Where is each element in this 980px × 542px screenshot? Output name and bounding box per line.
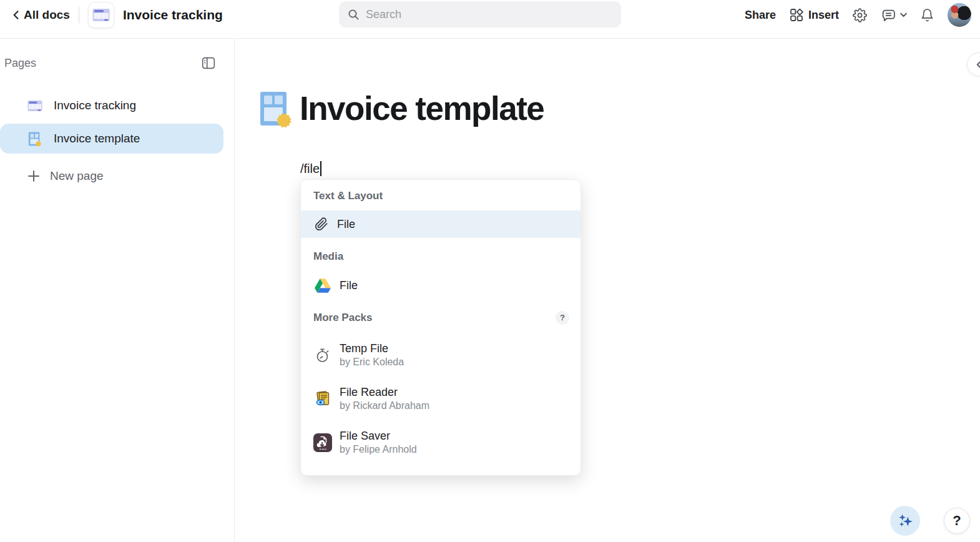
pack-text: File Saver by Felipe Arnhold: [340, 429, 417, 456]
more-packs-label: More Packs: [313, 312, 373, 323]
menu-item-label: File: [340, 279, 358, 292]
sidebar-item-label: Invoice tracking: [54, 99, 136, 112]
new-page-label: New page: [50, 169, 104, 183]
settings-button[interactable]: [853, 8, 867, 22]
header-left-group: All docs Invoice tracking: [11, 0, 223, 30]
file-saver-icon: [313, 433, 332, 452]
plus-icon: [27, 170, 40, 182]
help-button[interactable]: ?: [944, 508, 970, 534]
page-canvas: Invoice template /file Text & Layout Fil…: [235, 39, 980, 542]
menu-item-file-reader-pack[interactable]: File Reader by Rickard Abraham: [301, 382, 581, 416]
sparkles-icon: [897, 513, 913, 529]
search-placeholder: Search: [366, 8, 401, 21]
comment-bubble-icon: [881, 8, 896, 22]
sidebar-item-invoice-template[interactable]: Invoice template: [0, 124, 223, 154]
packs-help-badge[interactable]: ?: [556, 311, 569, 325]
user-avatar[interactable]: [948, 3, 971, 27]
search-icon: [348, 9, 360, 21]
help-label: ?: [953, 513, 961, 529]
pages-sidebar: Pages Invoice tracking: [0, 39, 235, 542]
collapse-panel-button[interactable]: [967, 52, 980, 76]
pack-text: File Reader by Rickard Abraham: [340, 385, 429, 413]
new-page-button[interactable]: New page: [0, 162, 223, 190]
pack-byline: by Eric Koleda: [340, 355, 404, 369]
menu-item-file-saver-pack[interactable]: File Saver by Felipe Arnhold: [301, 425, 581, 460]
template-page-icon: [27, 131, 42, 147]
header-divider: [79, 7, 79, 23]
pack-byline: by Felipe Arnhold: [340, 443, 417, 456]
menu-item-file-text-layout[interactable]: File: [301, 210, 581, 238]
sidebar-item-invoice-tracking[interactable]: Invoice tracking: [0, 91, 223, 121]
gear-icon: [853, 8, 867, 22]
menu-section-header: Text & Layout: [301, 189, 581, 204]
google-drive-icon: [315, 278, 331, 293]
chevron-left-icon: [11, 10, 20, 20]
text-cursor: [320, 161, 321, 176]
doc-table-icon: [27, 100, 42, 112]
chevron-down-icon: [900, 12, 907, 17]
slash-command-line[interactable]: /file: [300, 161, 321, 176]
page-title[interactable]: Invoice template: [300, 91, 544, 127]
pack-title: File Reader: [340, 385, 429, 399]
menu-section-header: More Packs ?: [301, 310, 581, 325]
bell-icon: [921, 8, 934, 22]
menu-item-file-google-drive[interactable]: File: [301, 272, 581, 299]
pack-byline: by Rickard Abraham: [340, 399, 429, 413]
doc-table-icon: [92, 8, 110, 22]
pack-title: File Saver: [340, 429, 417, 443]
insert-label: Insert: [808, 9, 839, 22]
coda-app-window: All docs Invoice tracking Search: [0, 0, 980, 542]
menu-item-temp-file-pack[interactable]: Temp File by Eric Koleda: [301, 338, 581, 373]
share-button[interactable]: Share: [745, 9, 776, 22]
top-bar: All docs Invoice tracking Search: [0, 0, 980, 39]
paperclip-icon: [315, 217, 328, 231]
insert-button[interactable]: Insert: [790, 8, 839, 22]
header-right-group: Share Insert: [745, 0, 971, 30]
search-input[interactable]: Search: [339, 1, 621, 27]
pack-text: Temp File by Eric Koleda: [340, 342, 404, 369]
slash-command-text: /file: [300, 162, 320, 176]
all-docs-back-button[interactable]: All docs: [11, 8, 70, 22]
file-reader-icon: [313, 390, 332, 408]
pages-header-row: Pages: [4, 56, 215, 70]
stopwatch-icon: [313, 346, 332, 365]
pages-title: Pages: [4, 57, 36, 70]
all-docs-label: All docs: [24, 8, 70, 22]
notifications-button[interactable]: [921, 8, 934, 22]
sidebar-item-label: Invoice template: [54, 132, 140, 145]
chevron-left-icon: [975, 60, 980, 69]
collapse-sidebar-icon[interactable]: [202, 56, 215, 70]
slash-command-menu: Text & Layout File Media File More Packs…: [300, 179, 581, 476]
template-page-icon-large[interactable]: [258, 91, 292, 128]
menu-item-label: File: [337, 218, 355, 231]
doc-title[interactable]: Invoice tracking: [123, 7, 223, 22]
comments-button[interactable]: [881, 8, 907, 22]
ai-assistant-button[interactable]: [890, 506, 920, 536]
page-title-row: Invoice template: [258, 91, 544, 128]
doc-icon[interactable]: [88, 2, 114, 28]
pack-title: Temp File: [340, 342, 404, 355]
menu-section-header: Media: [301, 249, 581, 264]
insert-blocks-icon: [790, 8, 803, 22]
